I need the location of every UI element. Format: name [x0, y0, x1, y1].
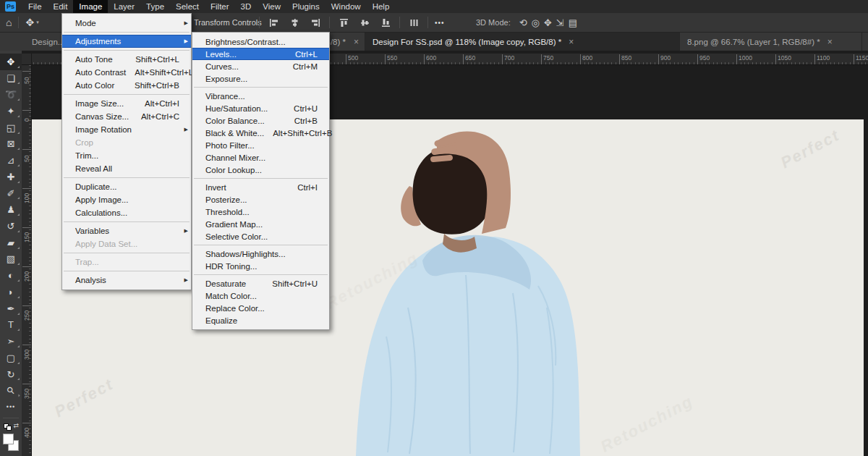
menu-item-shadows-highlights[interactable]: Shadows/Highlights... — [192, 248, 329, 260]
menu-item-trim[interactable]: Trim... — [62, 149, 191, 162]
home-icon[interactable]: ⌂ — [6, 17, 12, 28]
menu-item-selective-color[interactable]: Selective Color... — [192, 230, 329, 242]
menubar-item-plugins[interactable]: Plugins — [286, 0, 326, 13]
chevron-down-icon[interactable]: ▾ — [36, 20, 39, 25]
menu-item-channel-mixer[interactable]: Channel Mixer... — [192, 151, 329, 164]
document-tab-active[interactable]: Design For SS.psd @ 118% (Image copy, RG… — [365, 33, 680, 51]
menu-item-replace-color[interactable]: Replace Color... — [192, 302, 329, 314]
swap-colors-icon[interactable]: ⇄ — [13, 422, 19, 429]
eraser-tool[interactable]: ▰ — [0, 235, 22, 251]
eyedropper-tool[interactable]: ⊿ — [0, 152, 22, 169]
lasso-tool[interactable]: ➰ — [0, 86, 22, 103]
spot-healing-brush-tool[interactable]: ✚ — [0, 169, 22, 185]
quick-selection-tool[interactable]: ✦ — [0, 103, 22, 119]
frame-tool[interactable]: ⊠ — [0, 136, 22, 153]
menu-item-brightness-contrast[interactable]: Brightness/Contrast... — [192, 35, 329, 48]
menu-item-hdr-toning[interactable]: HDR Toning... — [192, 260, 329, 272]
more-options-icon[interactable]: ••• — [435, 19, 445, 27]
toolbar-ellipsis[interactable]: ••• — [0, 399, 22, 415]
shape-tool[interactable]: ▢ — [0, 350, 22, 366]
menu-item-reveal-all[interactable]: Reveal All — [62, 162, 191, 175]
menu-item-color-lookup[interactable]: Color Lookup... — [192, 164, 329, 176]
menubar-item-select[interactable]: Select — [170, 0, 205, 13]
menu-item-apply-data-set[interactable]: Apply Data Set... — [62, 237, 191, 250]
marquee-tool[interactable]: ❏ — [0, 70, 22, 87]
menu-item-auto-tone[interactable]: Auto ToneShift+Ctrl+L — [62, 53, 191, 66]
history-brush-tool[interactable]: ↺ — [0, 218, 22, 235]
menu-item-curves[interactable]: Curves...Ctrl+M — [192, 60, 329, 72]
menu-item-calculations[interactable]: Calculations... — [62, 206, 191, 219]
menu-item-image-size[interactable]: Image Size...Alt+Ctrl+I — [62, 97, 191, 110]
menu-item-auto-color[interactable]: Auto ColorShift+Ctrl+B — [62, 79, 191, 92]
align-bottom-edges-icon[interactable] — [378, 14, 393, 30]
roll-3d-icon[interactable]: ◎ — [532, 17, 540, 28]
menubar-item-help[interactable]: Help — [367, 0, 396, 13]
menu-item-hue-saturation[interactable]: Hue/Saturation...Ctrl+U — [192, 102, 329, 114]
close-icon[interactable]: × — [827, 37, 833, 47]
menu-item-duplicate[interactable]: Duplicate... — [62, 180, 191, 193]
gradient-tool[interactable]: ▧ — [0, 251, 22, 268]
close-icon[interactable]: × — [354, 37, 359, 47]
pan-3d-icon[interactable]: ✥ — [544, 17, 552, 28]
menu-item-vibrance[interactable]: Vibrance... — [192, 90, 329, 102]
menu-item-variables[interactable]: Variables▶ — [62, 224, 191, 237]
menu-item-black-white[interactable]: Black & White...Alt+Shift+Ctrl+B — [192, 127, 329, 139]
align-left-edges-icon[interactable] — [266, 14, 281, 30]
foreground-color-swatch[interactable] — [3, 434, 14, 444]
slide-3d-icon[interactable]: ⇲ — [556, 17, 564, 28]
menu-item-auto-contrast[interactable]: Auto ContrastAlt+Shift+Ctrl+L — [62, 66, 191, 79]
menubar-item-edit[interactable]: Edit — [48, 0, 74, 13]
menubar-item-view[interactable]: View — [257, 0, 286, 13]
photoshop-logo[interactable]: Ps — [5, 1, 16, 12]
menu-item-analysis[interactable]: Analysis▶ — [62, 274, 191, 287]
type-tool[interactable]: T — [0, 317, 22, 334]
brush-tool[interactable]: ✐ — [0, 185, 22, 202]
menu-item-posterize[interactable]: Posterize... — [192, 193, 329, 206]
menubar-item-3d[interactable]: 3D — [235, 0, 258, 13]
align-right-edges-icon[interactable] — [308, 14, 323, 30]
menubar-item-file[interactable]: File — [22, 0, 48, 13]
menu-item-apply-image[interactable]: Apply Image... — [62, 193, 191, 206]
default-colors-icon[interactable] — [7, 426, 12, 431]
menu-item-photo-filter[interactable]: Photo Filter... — [192, 139, 329, 151]
menu-item-desaturate[interactable]: DesaturateShift+Ctrl+U — [192, 277, 329, 290]
zoom-tool[interactable]: ⚲ — [0, 382, 22, 399]
align-top-edges-icon[interactable] — [336, 14, 351, 30]
blur-tool[interactable]: ◗ — [0, 284, 22, 300]
color-swatches[interactable] — [0, 432, 22, 456]
rotate-view-tool[interactable]: ↻ — [0, 366, 22, 383]
dodge-tool[interactable]: ◐ — [0, 267, 22, 284]
menu-item-mode[interactable]: Mode▶ — [62, 17, 191, 30]
menu-item-equalize[interactable]: Equalize — [192, 314, 329, 326]
vertical-ruler[interactable]: 50050100150200250300350400 — [22, 65, 32, 456]
menu-item-crop[interactable]: Crop — [62, 136, 191, 149]
menubar-item-image[interactable]: Image — [73, 0, 108, 13]
menu-item-canvas-size[interactable]: Canvas Size...Alt+Ctrl+C — [62, 110, 191, 123]
clone-stamp-tool[interactable]: ♟ — [0, 201, 22, 218]
ruler-origin-box[interactable] — [22, 54, 32, 65]
menubar-item-filter[interactable]: Filter — [205, 0, 235, 13]
menu-item-trap[interactable]: Trap... — [62, 256, 191, 269]
orbit-3d-icon[interactable]: ⟲ — [519, 17, 527, 28]
menubar-item-layer[interactable]: Layer — [108, 0, 140, 13]
move-tool-options-icon[interactable]: ✥ — [25, 17, 34, 28]
close-icon[interactable]: × — [569, 37, 574, 47]
color-controls[interactable]: ⇄ — [0, 421, 22, 432]
document-tab-3[interactable]: 8.png @ 66.7% (Layer 1, RGB/8#) * × — [680, 33, 862, 51]
menu-item-invert[interactable]: InvertCtrl+I — [192, 181, 329, 193]
crop-tool[interactable]: ◱ — [0, 119, 22, 136]
menu-item-image-rotation[interactable]: Image Rotation▶ — [62, 123, 191, 136]
menubar-item-type[interactable]: Type — [140, 0, 170, 13]
menu-item-threshold[interactable]: Threshold... — [192, 206, 329, 218]
align-vertical-centers-icon[interactable] — [357, 14, 372, 30]
move-tool[interactable]: ✥ — [0, 54, 22, 70]
distribute-icon[interactable] — [407, 14, 421, 30]
menu-item-levels[interactable]: Levels...Ctrl+L — [192, 48, 329, 60]
menu-item-color-balance[interactable]: Color Balance...Ctrl+B — [192, 114, 329, 127]
menubar-item-window[interactable]: Window — [326, 0, 367, 13]
camera-3d-icon[interactable]: ▤ — [569, 17, 577, 28]
transform-controls-label[interactable]: Transform Controls — [194, 18, 262, 27]
menu-item-adjustments[interactable]: Adjustments▶ — [62, 35, 191, 48]
menu-item-gradient-map[interactable]: Gradient Map... — [192, 218, 329, 230]
path-selection-tool[interactable]: ➣ — [0, 333, 22, 350]
